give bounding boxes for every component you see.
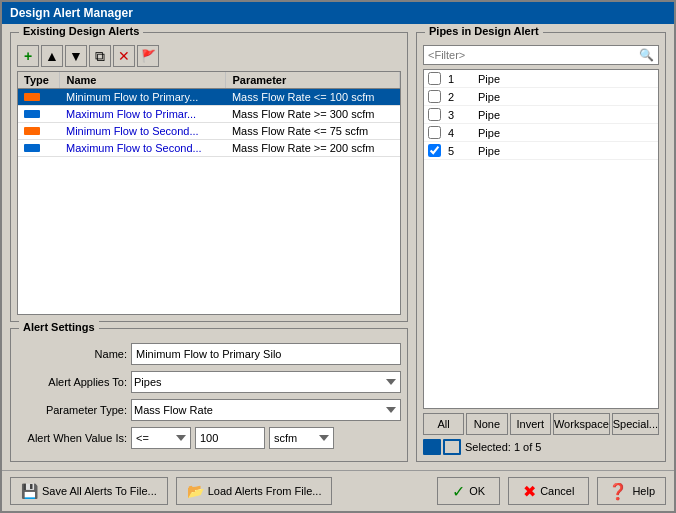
- pipe-checkbox-4[interactable]: [428, 126, 441, 139]
- alert-settings-group: Alert Settings Name: Alert Applies To: P…: [10, 328, 408, 462]
- special-button[interactable]: Special...: [612, 413, 659, 435]
- right-panel: Pipes in Design Alert 🔍 1 Pipe 2 Pipe: [416, 32, 666, 462]
- move-up-button[interactable]: ▲: [41, 45, 63, 67]
- select-outline-icon: [443, 439, 461, 455]
- pipe-checkbox-5[interactable]: [428, 144, 441, 157]
- save-alerts-button[interactable]: 💾 Save All Alerts To File...: [10, 477, 168, 505]
- param-select[interactable]: Mass Flow Rate Volume Flow Rate Pressure: [131, 399, 401, 421]
- name-label: Name:: [17, 348, 127, 360]
- pipes-buttons: All None Invert Workspace Special...: [423, 413, 659, 435]
- load-icon: 📂: [187, 483, 204, 499]
- table-row[interactable]: Minimum Flow to Primary... Mass Flow Rat…: [18, 89, 400, 106]
- when-operator-select[interactable]: <= >= < > =: [131, 427, 191, 449]
- existing-alerts-label: Existing Design Alerts: [19, 25, 143, 37]
- pipe-label: Pipe: [478, 91, 577, 103]
- alert-name-cell: Minimum Flow to Primary...: [60, 89, 226, 106]
- main-window: Design Alert Manager Existing Design Ale…: [0, 0, 676, 513]
- when-row: Alert When Value Is: <= >= < > = scfm gp…: [17, 427, 401, 449]
- pipe-label: Pipe: [478, 73, 577, 85]
- pipe-label: Pipe: [478, 109, 577, 121]
- bottom-bar: 💾 Save All Alerts To File... 📂 Load Aler…: [2, 470, 674, 511]
- pipe-label: Pipe: [478, 145, 577, 157]
- none-button[interactable]: None: [466, 413, 507, 435]
- move-down-button[interactable]: ▼: [65, 45, 87, 67]
- search-icon: 🔍: [635, 46, 658, 64]
- help-button[interactable]: ❓ Help: [597, 477, 666, 505]
- pipe-checkbox-3[interactable]: [428, 108, 441, 121]
- applies-label: Alert Applies To:: [17, 376, 127, 388]
- add-alert-button[interactable]: +: [17, 45, 39, 67]
- pipe-num: 4: [448, 127, 478, 139]
- pipe-item[interactable]: 4 Pipe: [424, 124, 658, 142]
- help-label: Help: [632, 485, 655, 497]
- left-panel: Existing Design Alerts + ▲ ▼ ⧉ ✕ 🚩 Type …: [10, 32, 408, 462]
- selection-icons: [423, 439, 461, 455]
- pipes-label: Pipes in Design Alert: [425, 25, 543, 37]
- alerts-toolbar: + ▲ ▼ ⧉ ✕ 🚩: [17, 45, 401, 67]
- pipe-checkbox-2[interactable]: [428, 90, 441, 103]
- ok-button[interactable]: ✓ OK: [437, 477, 500, 505]
- window-title: Design Alert Manager: [10, 6, 133, 20]
- alert-param-cell: Mass Flow Rate <= 100 scfm: [226, 89, 400, 106]
- table-row[interactable]: Minimum Flow to Second... Mass Flow Rate…: [18, 123, 400, 140]
- ok-check-icon: ✓: [452, 482, 465, 501]
- clear-button[interactable]: 🚩: [137, 45, 159, 67]
- selected-text: Selected: 1 of 5: [465, 441, 541, 453]
- invert-button[interactable]: Invert: [510, 413, 551, 435]
- all-button[interactable]: All: [423, 413, 464, 435]
- existing-alerts-group: Existing Design Alerts + ▲ ▼ ⧉ ✕ 🚩 Type …: [10, 32, 408, 322]
- when-label: Alert When Value Is:: [17, 432, 127, 444]
- copy-button[interactable]: ⧉: [89, 45, 111, 67]
- pipe-num: 2: [448, 91, 478, 103]
- alert-name-input[interactable]: [131, 343, 401, 365]
- alerts-table: Type Name Parameter Minimum Flow to Prim…: [18, 72, 400, 157]
- type-icon: [24, 110, 40, 118]
- pipe-num: 3: [448, 109, 478, 121]
- col-name: Name: [60, 72, 226, 89]
- selected-info: Selected: 1 of 5: [423, 439, 659, 455]
- alerts-table-container: Type Name Parameter Minimum Flow to Prim…: [17, 71, 401, 315]
- cancel-x-icon: ✖: [523, 482, 536, 501]
- param-row: Parameter Type: Mass Flow Rate Volume Fl…: [17, 399, 401, 421]
- applies-row: Alert Applies To: Pipes Nodes: [17, 371, 401, 393]
- pipe-item[interactable]: 1 Pipe: [424, 70, 658, 88]
- load-alerts-button[interactable]: 📂 Load Alerts From File...: [176, 477, 333, 505]
- alert-settings-label: Alert Settings: [19, 321, 99, 333]
- ok-label: OK: [469, 485, 485, 497]
- pipe-num: 5: [448, 145, 478, 157]
- cancel-button[interactable]: ✖ Cancel: [508, 477, 589, 505]
- pipe-checkbox-1[interactable]: [428, 72, 441, 85]
- alert-name-cell: Maximum Flow to Primar...: [60, 106, 226, 123]
- workspace-button[interactable]: Workspace: [553, 413, 610, 435]
- type-icon: [24, 144, 40, 152]
- filter-input[interactable]: [424, 47, 635, 63]
- alert-param-cell: Mass Flow Rate >= 300 scfm: [226, 106, 400, 123]
- title-bar: Design Alert Manager: [2, 2, 674, 24]
- alert-name-cell: Minimum Flow to Second...: [60, 123, 226, 140]
- filter-box: 🔍: [423, 45, 659, 65]
- save-label: Save All Alerts To File...: [42, 485, 157, 497]
- pipe-num: 1: [448, 73, 478, 85]
- pipe-item[interactable]: 2 Pipe: [424, 88, 658, 106]
- name-row: Name:: [17, 343, 401, 365]
- alert-param-cell: Mass Flow Rate >= 200 scfm: [226, 140, 400, 157]
- pipe-item[interactable]: 5 Pipe: [424, 142, 658, 160]
- when-unit-select[interactable]: scfm gpm lpm: [269, 427, 334, 449]
- when-value-input[interactable]: [195, 427, 265, 449]
- pipes-group: Pipes in Design Alert 🔍 1 Pipe 2 Pipe: [416, 32, 666, 462]
- applies-select[interactable]: Pipes Nodes: [131, 371, 401, 393]
- pipe-item[interactable]: 3 Pipe: [424, 106, 658, 124]
- alert-name-cell: Maximum Flow to Second...: [60, 140, 226, 157]
- pipes-list: 1 Pipe 2 Pipe 3 Pipe 4: [423, 69, 659, 409]
- table-row[interactable]: Maximum Flow to Primar... Mass Flow Rate…: [18, 106, 400, 123]
- save-icon: 💾: [21, 483, 38, 499]
- alert-param-cell: Mass Flow Rate <= 75 scfm: [226, 123, 400, 140]
- delete-button[interactable]: ✕: [113, 45, 135, 67]
- cancel-label: Cancel: [540, 485, 574, 497]
- type-icon: [24, 93, 40, 101]
- pipe-label: Pipe: [478, 127, 577, 139]
- col-type: Type: [18, 72, 60, 89]
- param-label: Parameter Type:: [17, 404, 127, 416]
- help-icon: ❓: [608, 482, 628, 501]
- table-row[interactable]: Maximum Flow to Second... Mass Flow Rate…: [18, 140, 400, 157]
